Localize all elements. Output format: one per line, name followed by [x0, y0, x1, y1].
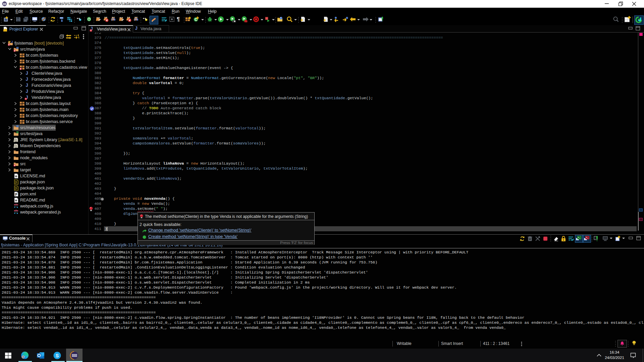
- svg-text:S: S: [56, 353, 59, 358]
- svg-text:J: J: [11, 41, 13, 44]
- svg-text:P: P: [15, 193, 17, 196]
